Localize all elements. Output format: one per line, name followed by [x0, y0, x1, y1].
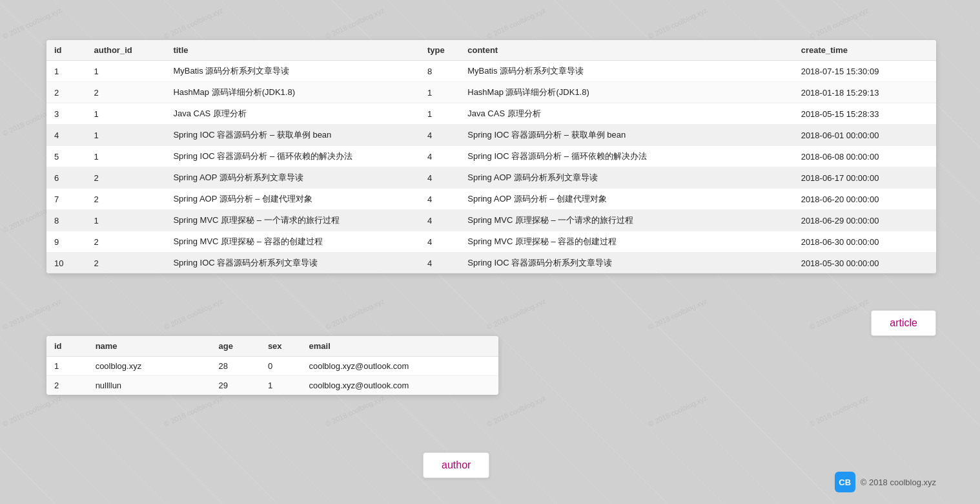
- article-author-id: 2: [86, 189, 165, 210]
- author-email: coolblog.xyz@outlook.com: [301, 376, 498, 395]
- article-author-id: 2: [86, 253, 165, 274]
- article-title: Spring AOP 源码分析 – 创建代理对象: [165, 189, 419, 210]
- author-email: coolblog.xyz@outlook.com: [301, 357, 498, 376]
- article-create-time: 2018-06-01 00:00:00: [793, 125, 936, 146]
- article-table-header: id author_id title type content create_t…: [46, 40, 936, 61]
- col-header-name: name: [88, 336, 211, 357]
- article-type: 4: [420, 210, 460, 231]
- article-table-row: 6 2 Spring AOP 源码分析系列文章导读 4 Spring AOP 源…: [46, 167, 936, 189]
- article-content: MyBatis 源码分析系列文章导读: [460, 61, 793, 82]
- article-title: Spring MVC 原理探秘 – 一个请求的旅行过程: [165, 210, 419, 231]
- article-id: 5: [46, 146, 86, 167]
- article-type: 1: [420, 82, 460, 103]
- author-id: 2: [46, 376, 88, 395]
- author-id: 1: [46, 357, 88, 376]
- article-author-id: 1: [86, 125, 165, 146]
- article-title: Spring IOC 容器源码分析 – 循环依赖的解决办法: [165, 146, 419, 167]
- author-table-wrapper: id name age sex email 1 coolblog.xyz 28 …: [46, 336, 498, 395]
- author-name: coolblog.xyz: [88, 357, 211, 376]
- author-age: 28: [211, 357, 260, 376]
- col-header-email: email: [301, 336, 498, 357]
- article-content: Spring AOP 源码分析系列文章导读: [460, 167, 793, 189]
- article-id: 9: [46, 231, 86, 253]
- article-author-id: 2: [86, 167, 165, 189]
- author-age: 29: [211, 376, 260, 395]
- article-title: Java CAS 原理分析: [165, 103, 419, 125]
- article-content: Spring IOC 容器源码分析 – 循环依赖的解决办法: [460, 146, 793, 167]
- article-content: Spring IOC 容器源码分析 – 获取单例 bean: [460, 125, 793, 146]
- article-title: Spring IOC 容器源码分析系列文章导读: [165, 253, 419, 274]
- article-create-time: 2018-06-29 00:00:00: [793, 210, 936, 231]
- article-table-row: 9 2 Spring MVC 原理探秘 – 容器的创建过程 4 Spring M…: [46, 231, 936, 253]
- article-table-row: 1 1 MyBatis 源码分析系列文章导读 8 MyBatis 源码分析系列文…: [46, 61, 936, 82]
- article-table-row: 5 1 Spring IOC 容器源码分析 – 循环依赖的解决办法 4 Spri…: [46, 146, 936, 167]
- article-content: Spring IOC 容器源码分析系列文章导读: [460, 253, 793, 274]
- article-label-text: article: [890, 317, 917, 328]
- article-id: 3: [46, 103, 86, 125]
- article-content: Java CAS 原理分析: [460, 103, 793, 125]
- article-author-id: 2: [86, 231, 165, 253]
- article-label: article: [871, 310, 936, 336]
- article-id: 1: [46, 61, 86, 82]
- article-author-id: 2: [86, 82, 165, 103]
- col-header-aid: id: [46, 336, 88, 357]
- article-content: Spring AOP 源码分析 – 创建代理对象: [460, 189, 793, 210]
- article-content: Spring MVC 原理探秘 – 容器的创建过程: [460, 231, 793, 253]
- article-create-time: 2018-06-17 00:00:00: [793, 167, 936, 189]
- col-header-id: id: [46, 40, 86, 61]
- article-create-time: 2018-06-08 00:00:00: [793, 146, 936, 167]
- author-table-row: 1 coolblog.xyz 28 0 coolblog.xyz@outlook…: [46, 357, 498, 376]
- col-header-author-id: author_id: [86, 40, 165, 61]
- article-id: 8: [46, 210, 86, 231]
- article-content: Spring MVC 原理探秘 – 一个请求的旅行过程: [460, 210, 793, 231]
- article-id: 2: [46, 82, 86, 103]
- article-table-row: 8 1 Spring MVC 原理探秘 – 一个请求的旅行过程 4 Spring…: [46, 210, 936, 231]
- article-create-time: 2018-01-18 15:29:13: [793, 82, 936, 103]
- col-header-sex: sex: [260, 336, 301, 357]
- article-type: 4: [420, 231, 460, 253]
- col-header-title: title: [165, 40, 419, 61]
- article-table-row: 2 2 HashMap 源码详细分析(JDK1.8) 1 HashMap 源码详…: [46, 82, 936, 103]
- article-table-wrapper: id author_id title type content create_t…: [46, 40, 936, 273]
- footer-logo: CB © 2018 coolblog.xyz: [835, 472, 936, 492]
- article-type: 4: [420, 146, 460, 167]
- article-title: Spring AOP 源码分析系列文章导读: [165, 167, 419, 189]
- article-create-time: 2018-05-15 15:28:33: [793, 103, 936, 125]
- article-type: 4: [420, 253, 460, 274]
- article-create-time: 2018-06-30 00:00:00: [793, 231, 936, 253]
- content-area: id author_id title type content create_t…: [0, 0, 980, 504]
- col-header-type: type: [420, 40, 460, 61]
- author-table-header: id name age sex email: [46, 336, 498, 357]
- article-type: 4: [420, 167, 460, 189]
- author-sex: 1: [260, 376, 301, 395]
- article-author-id: 1: [86, 103, 165, 125]
- article-type: 8: [420, 61, 460, 82]
- article-create-time: 2018-06-20 00:00:00: [793, 189, 936, 210]
- article-content: HashMap 源码详细分析(JDK1.8): [460, 82, 793, 103]
- article-author-id: 1: [86, 210, 165, 231]
- article-id: 6: [46, 167, 86, 189]
- article-type: 4: [420, 189, 460, 210]
- logo-text: CB: [839, 478, 851, 487]
- col-header-age: age: [211, 336, 260, 357]
- author-table-row: 2 nullllun 29 1 coolblog.xyz@outlook.com: [46, 376, 498, 395]
- article-table: id author_id title type content create_t…: [46, 40, 936, 273]
- author-label: author: [423, 452, 489, 478]
- footer-copyright: © 2018 coolblog.xyz: [861, 478, 936, 487]
- article-author-id: 1: [86, 61, 165, 82]
- article-create-time: 2018-07-15 15:30:09: [793, 61, 936, 82]
- article-title: Spring IOC 容器源码分析 – 获取单例 bean: [165, 125, 419, 146]
- article-table-row: 4 1 Spring IOC 容器源码分析 – 获取单例 bean 4 Spri…: [46, 125, 936, 146]
- author-sex: 0: [260, 357, 301, 376]
- article-table-row: 7 2 Spring AOP 源码分析 – 创建代理对象 4 Spring AO…: [46, 189, 936, 210]
- article-id: 10: [46, 253, 86, 274]
- article-table-row: 3 1 Java CAS 原理分析 1 Java CAS 原理分析 2018-0…: [46, 103, 936, 125]
- article-author-id: 1: [86, 146, 165, 167]
- article-title: MyBatis 源码分析系列文章导读: [165, 61, 419, 82]
- article-table-row: 10 2 Spring IOC 容器源码分析系列文章导读 4 Spring IO…: [46, 253, 936, 274]
- article-id: 7: [46, 189, 86, 210]
- col-header-create-time: create_time: [793, 40, 936, 61]
- article-create-time: 2018-05-30 00:00:00: [793, 253, 936, 274]
- col-header-content: content: [460, 40, 793, 61]
- article-type: 4: [420, 125, 460, 146]
